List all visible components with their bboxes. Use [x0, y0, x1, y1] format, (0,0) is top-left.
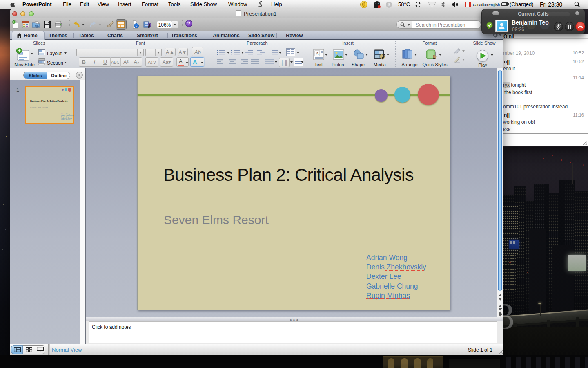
- svg-text:A: A: [316, 51, 319, 56]
